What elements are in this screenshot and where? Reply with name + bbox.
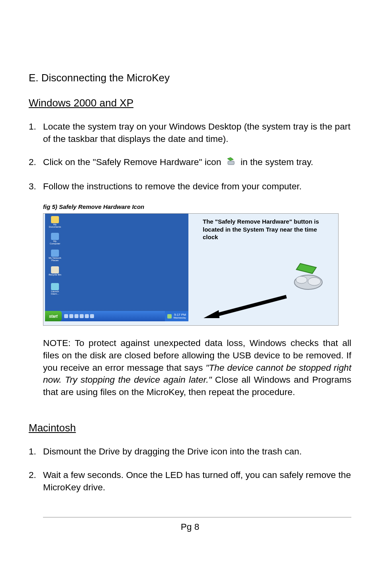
svg-marker-7: [204, 310, 219, 318]
desktop-icon: Recycle Bin: [48, 266, 62, 280]
figure: My Documents My Computer My Network Plac…: [43, 213, 351, 326]
svg-point-5: [308, 277, 321, 285]
note-paragraph: NOTE: To protect against unexpected data…: [43, 337, 351, 398]
windows-heading: Windows 2000 and XP: [29, 97, 351, 109]
safely-remove-hardware-icon: [167, 314, 172, 319]
tray-clock: 5:17 PM Wednesday: [173, 313, 186, 319]
svg-point-4: [296, 276, 307, 283]
desktop-icon: My Documents: [48, 216, 62, 230]
list-number: 3.: [29, 180, 43, 193]
list-item-text: Dismount the Drive by dragging the Drive…: [43, 445, 351, 458]
mac-list: 1. Dismount the Drive by dragging the Dr…: [29, 445, 351, 493]
list-item-text: Wait a few seconds. Once the LED has tur…: [43, 469, 351, 493]
start-button: start: [45, 311, 62, 321]
section-title: E. Disconnecting the MicroKey: [29, 72, 351, 84]
list-item-text: Locate the system tray on your Windows D…: [43, 120, 351, 145]
list-number: 2.: [29, 156, 43, 169]
svg-marker-2: [296, 264, 316, 273]
quick-launch: [64, 314, 94, 318]
arrow-icon: [203, 293, 290, 323]
list-item-text: Follow the instructions to remove the de…: [43, 180, 351, 193]
page-number: Pg 8: [29, 521, 351, 532]
safely-remove-hardware-icon-large: [278, 262, 326, 295]
taskbar: start 5:17 PM Wednesday: [45, 311, 188, 321]
text-post: in the system tray.: [241, 157, 313, 167]
desktop-icon: Launch Intern...: [48, 283, 62, 297]
list-number: 1.: [29, 120, 43, 145]
list-number: 1.: [29, 445, 43, 458]
figure-caption: fig 5) Safely Remove Hardware Icon: [43, 203, 351, 210]
footer-divider: [43, 517, 351, 517]
svg-rect-0: [228, 161, 234, 165]
text-pre: Click on the "Safely Remove Hardware" ic…: [43, 157, 221, 167]
desktop-icon: My Computer: [48, 233, 62, 246]
figure-callout-text: The "Safely Remove Hardware" button is l…: [203, 218, 330, 241]
safely-remove-hardware-icon: [225, 157, 237, 169]
system-tray: 5:17 PM Wednesday: [165, 311, 188, 321]
svg-line-6: [215, 297, 286, 315]
desktop-icon: My Network Places: [48, 250, 62, 263]
windows-list: 1. Locate the system tray on your Window…: [29, 120, 351, 192]
list-item-text: Click on the "Safely Remove Hardware" ic…: [43, 156, 351, 169]
svg-marker-1: [227, 157, 233, 161]
xp-desktop-screenshot: My Documents My Computer My Network Plac…: [45, 214, 188, 321]
list-number: 2.: [29, 469, 43, 493]
macintosh-heading: Macintosh: [29, 422, 351, 434]
